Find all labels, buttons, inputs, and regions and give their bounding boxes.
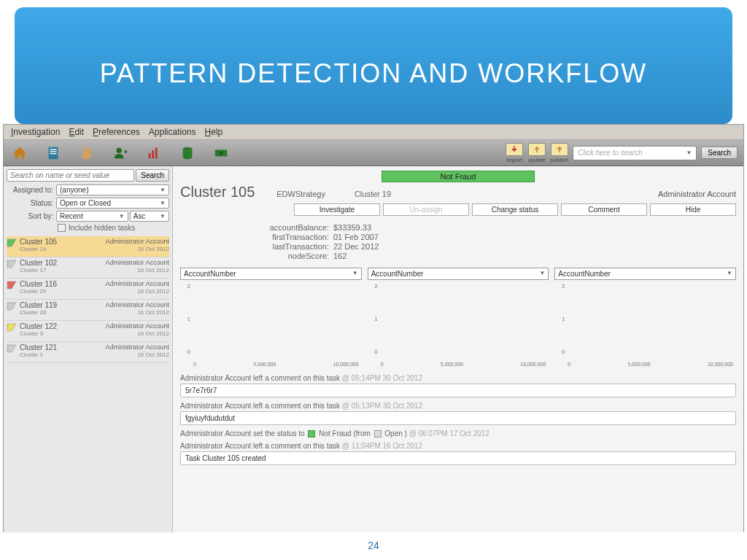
task-flag-icon [7, 280, 17, 298]
feed-item: Administrator Account left a comment on … [180, 374, 736, 397]
histogram-chart: AccountNumber▼21005,000,00010,000,000 [368, 268, 549, 367]
document-icon[interactable] [43, 144, 63, 162]
detail-key: accountBalance: [253, 223, 333, 232]
detail-value: 01 Feb 2007 [333, 233, 379, 241]
feed-comment-body: fgyiuyfdudutdut [180, 411, 736, 425]
import-button[interactable]: import [506, 143, 523, 163]
include-hidden-checkbox[interactable] [58, 224, 66, 232]
global-search-input[interactable]: Click here to search▼ [573, 146, 697, 160]
user-icon[interactable] [110, 144, 131, 162]
home-icon[interactable] [9, 144, 30, 162]
menu-preferences[interactable]: Preferences [90, 126, 143, 138]
task-flag-icon [7, 238, 17, 255]
money-icon[interactable] [211, 144, 231, 162]
chart-field-select[interactable]: AccountNumber▼ [368, 268, 549, 280]
svg-rect-3 [50, 153, 56, 154]
chart-icon[interactable] [144, 144, 164, 162]
feed-item: Administrator Account set the status to … [180, 429, 736, 438]
global-search-button[interactable]: Search [701, 147, 738, 159]
detail-value: 22 Dec 2012 [333, 242, 379, 251]
task-item[interactable]: Cluster 119Administrator AccountCluster … [7, 300, 169, 321]
detail-key: lastTransaction: [253, 242, 333, 251]
task-flag-icon [7, 301, 17, 319]
svg-point-4 [117, 147, 122, 152]
change-status-button[interactable]: Change status [472, 203, 558, 216]
task-item[interactable]: Cluster 105Administrator AccountCluster … [7, 236, 169, 257]
assigned-to-select[interactable]: (anyone)▼ [56, 184, 169, 195]
task-flag-icon [7, 343, 17, 361]
svg-point-10 [219, 151, 223, 155]
cluster-title: Cluster 105 [180, 184, 255, 201]
status-label: Status: [7, 199, 56, 207]
menu-applications[interactable]: Applications [146, 126, 199, 138]
include-hidden-label: Include hidden tasks [69, 224, 135, 232]
slide-header: PATTERN DETECTION AND WORKFLOW [15, 7, 732, 124]
detail-value: $33359.33 [333, 223, 371, 232]
update-button[interactable]: update [527, 143, 545, 163]
menu-bar: Investigation Edit Preferences Applicati… [4, 125, 743, 140]
svg-rect-7 [155, 147, 158, 158]
svg-rect-6 [152, 150, 154, 158]
status-select[interactable]: Open or Closed▼ [56, 198, 169, 209]
task-flag-icon [7, 259, 17, 276]
svg-rect-5 [149, 153, 151, 158]
toolbar: import update publish Click here to sear… [4, 140, 743, 166]
task-item[interactable]: Cluster 102Administrator AccountCluster … [7, 257, 169, 279]
task-item[interactable]: Cluster 116Administrator AccountCluster … [7, 279, 169, 300]
detail-value: 162 [333, 252, 347, 260]
feed-comment-body: 5r7e7r6r7 [180, 384, 736, 397]
application-window: Investigation Edit Preferences Applicati… [3, 124, 744, 532]
menu-help[interactable]: Help [202, 126, 226, 138]
sidebar: Search Assigned to:(anyone)▼ Status:Open… [4, 166, 173, 532]
slide-page-number: 24 [0, 540, 747, 551]
hand-icon[interactable] [77, 144, 97, 162]
chart-field-select[interactable]: AccountNumber▼ [554, 268, 736, 280]
task-list: Cluster 105Administrator AccountCluster … [7, 236, 169, 363]
unassign-button[interactable]: Un-assign [383, 203, 469, 216]
feed-comment-body: Task Cluster 105 created [180, 451, 736, 465]
publish-button[interactable]: publish [550, 143, 568, 163]
cluster-ref-label: Cluster 19 [355, 190, 391, 198]
main-panel: Not Fraud Cluster 105 EDWStrategy Cluste… [173, 166, 743, 532]
activity-feed: Administrator Account left a comment on … [180, 374, 736, 465]
feed-item: Administrator Account left a comment on … [180, 442, 736, 465]
strategy-label: EDWStrategy [276, 190, 325, 198]
assigned-to-label: Assigned to: [7, 186, 56, 194]
menu-edit[interactable]: Edit [66, 126, 87, 138]
svg-rect-1 [50, 149, 56, 149]
feed-item: Administrator Account left a comment on … [180, 402, 736, 425]
chart-field-select[interactable]: AccountNumber▼ [180, 268, 362, 280]
detail-key: firstTransaction: [253, 233, 333, 241]
svg-point-8 [183, 147, 193, 151]
hide-button[interactable]: Hide [650, 203, 736, 216]
svg-rect-2 [50, 151, 56, 152]
sort-label: Sort by: [7, 212, 56, 220]
sort-field-select[interactable]: Recent▼ [56, 211, 128, 222]
task-flag-icon [7, 322, 17, 340]
comment-button[interactable]: Comment [561, 203, 647, 216]
investigate-button[interactable]: Investigate [294, 203, 380, 216]
detail-key: nodeScore: [253, 252, 333, 260]
task-item[interactable]: Cluster 121Administrator AccountCluster … [7, 342, 169, 363]
database-icon[interactable] [177, 144, 198, 162]
detail-block: accountBalance:$33359.33firstTransaction… [253, 223, 736, 260]
slide-title: PATTERN DETECTION AND WORKFLOW [15, 7, 732, 89]
task-item[interactable]: Cluster 122Administrator AccountCluster … [7, 321, 169, 342]
histogram-chart: AccountNumber▼21005,000,00010,000,000 [554, 268, 736, 367]
owner-label: Administrator Account [658, 190, 736, 198]
histogram-chart: AccountNumber▼21005,000,00010,000,000 [180, 268, 362, 367]
status-banner: Not Fraud [382, 171, 535, 182]
sidebar-search-input[interactable] [7, 169, 134, 182]
menu-investigation[interactable]: Investigation [8, 126, 63, 138]
sidebar-search-button[interactable]: Search [136, 169, 169, 182]
sort-dir-select[interactable]: Asc▼ [130, 211, 169, 222]
charts-row: AccountNumber▼21005,000,00010,000,000Acc… [180, 268, 736, 367]
